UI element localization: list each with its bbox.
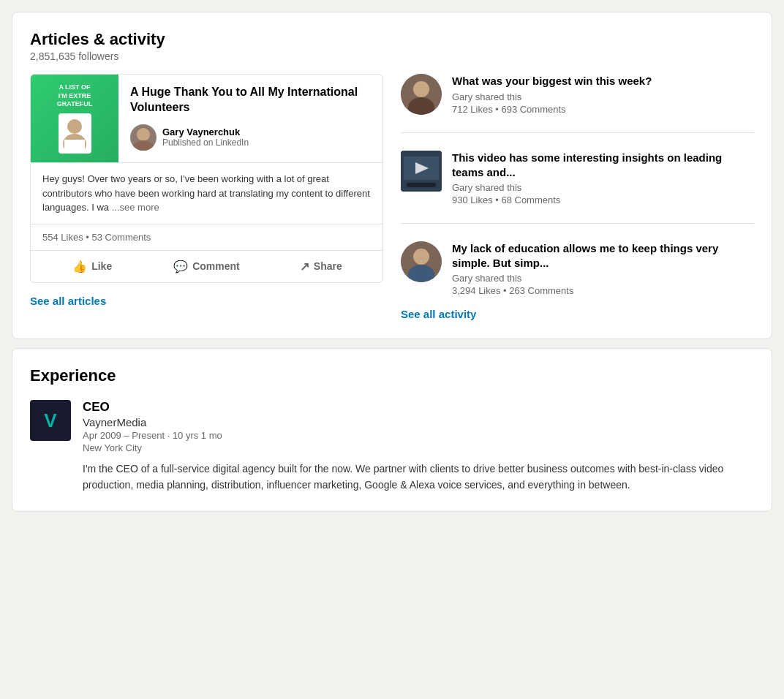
comment-icon: 💬 (173, 260, 188, 273)
article-card[interactable]: A LIST OF I'M EXTRE GRATEFUL A Huge (30, 74, 383, 283)
thumbnail-person (59, 113, 91, 154)
activity-shared-1: Gary shared this (452, 91, 754, 102)
activity-item[interactable]: What was your biggest win this week? Gar… (401, 74, 754, 115)
author-row: Gary Vaynerchuk Published on LinkedIn (130, 124, 371, 151)
activity-title-1: What was your biggest win this week? (452, 74, 754, 88)
activity-shared-2: Gary shared this (452, 182, 754, 193)
activity-thumbnail-1 (401, 74, 442, 115)
author-sub: Published on LinkedIn (162, 137, 249, 148)
article-column: A LIST OF I'M EXTRE GRATEFUL A Huge (30, 74, 383, 308)
activity-thumbnail-2 (401, 151, 442, 192)
experience-title: Experience (30, 366, 754, 385)
svg-point-7 (413, 81, 429, 97)
activity-avatar-3-icon (401, 241, 442, 282)
author-info: Gary Vaynerchuk Published on LinkedIn (162, 126, 249, 148)
activity-divider-2 (401, 223, 754, 224)
like-icon: 👍 (72, 260, 87, 273)
articles-activity-grid: A LIST OF I'M EXTRE GRATEFUL A Huge (30, 74, 754, 321)
activity-column: What was your biggest win this week? Gar… (401, 74, 754, 321)
activity-list: What was your biggest win this week? Gar… (401, 74, 754, 296)
articles-activity-title: Articles & activity (30, 30, 754, 49)
svg-point-0 (67, 119, 82, 134)
followers-count: 2,851,635 followers (30, 50, 754, 62)
activity-stats-3: 3,294 Likes • 263 Comments (452, 285, 754, 296)
excerpt-text: Hey guys! Over two years or so, I've bee… (42, 173, 370, 213)
company-logo-letter: V (44, 409, 56, 432)
company-logo: V (30, 400, 71, 441)
activity-title-2: This video has some interesting insights… (452, 151, 754, 179)
see-all-activity-link[interactable]: See all activity (401, 308, 476, 320)
see-more-link[interactable]: ...see more (112, 202, 159, 213)
job-duration: Apr 2009 – Present · 10 yrs 1 mo (83, 430, 754, 441)
thumbnail-text-line1: A LIST OF (59, 83, 90, 92)
thumbnail-text-line2: I'M EXTRE (59, 92, 91, 101)
see-all-articles-link[interactable]: See all articles (30, 295, 106, 307)
share-icon: ↗ (300, 260, 309, 273)
svg-point-14 (413, 249, 429, 265)
like-button[interactable]: 👍 Like (37, 254, 148, 279)
activity-avatar-1-icon (401, 74, 442, 115)
svg-rect-2 (64, 140, 85, 151)
article-header: A LIST OF I'M EXTRE GRATEFUL A Huge (31, 75, 382, 162)
like-label: Like (91, 260, 112, 272)
experience-item: V CEO VaynerMedia Apr 2009 – Present · 1… (30, 400, 754, 494)
activity-item-2[interactable]: This video has some interesting insights… (401, 151, 754, 205)
article-stats: 554 Likes • 53 Comments (31, 224, 382, 250)
activity-stats-1: 712 Likes • 693 Comments (452, 104, 754, 115)
company-name: VaynerMedia (83, 416, 754, 428)
activity-stats-2: 930 Likes • 68 Comments (452, 194, 754, 205)
activity-content-2: This video has some interesting insights… (452, 151, 754, 205)
comment-button[interactable]: 💬 Comment (151, 254, 262, 279)
author-avatar (130, 124, 157, 151)
article-title: A Huge Thank You to All My International… (130, 85, 371, 116)
author-avatar-icon (130, 124, 157, 151)
article-meta: A Huge Thank You to All My International… (118, 75, 382, 162)
activity-item-3[interactable]: My lack of education allows me to keep t… (401, 241, 754, 296)
svg-rect-5 (133, 145, 154, 151)
person-silhouette-icon (61, 116, 88, 151)
author-name: Gary Vaynerchuk (162, 126, 249, 137)
share-label: Share (314, 260, 342, 272)
job-title: CEO (83, 400, 754, 415)
activity-shared-3: Gary shared this (452, 273, 754, 284)
svg-point-3 (137, 128, 150, 141)
article-thumbnail: A LIST OF I'M EXTRE GRATEFUL (31, 75, 118, 162)
experience-content: CEO VaynerMedia Apr 2009 – Present · 10 … (83, 400, 754, 494)
thumbnail-text-line3: GRATEFUL (57, 100, 92, 109)
article-actions: 👍 Like 💬 Comment ↗ Share (31, 250, 382, 282)
activity-content-3: My lack of education allows me to keep t… (452, 241, 754, 296)
activity-title-3: My lack of education allows me to keep t… (452, 241, 754, 270)
article-excerpt: Hey guys! Over two years or so, I've bee… (31, 162, 382, 224)
job-description: I'm the CEO of a full-service digital ag… (83, 461, 754, 494)
svg-rect-12 (407, 183, 436, 187)
experience-card: Experience V CEO VaynerMedia Apr 2009 – … (12, 348, 772, 512)
job-location: New York City (83, 442, 754, 453)
share-button[interactable]: ↗ Share (265, 254, 377, 279)
activity-thumbnail-3 (401, 241, 442, 282)
comment-label: Comment (192, 260, 240, 272)
activity-content-1: What was your biggest win this week? Gar… (452, 74, 754, 115)
activity-divider-1 (401, 132, 754, 133)
activity-video-thumb-icon (401, 151, 442, 192)
articles-activity-card: Articles & activity 2,851,635 followers … (12, 12, 772, 339)
